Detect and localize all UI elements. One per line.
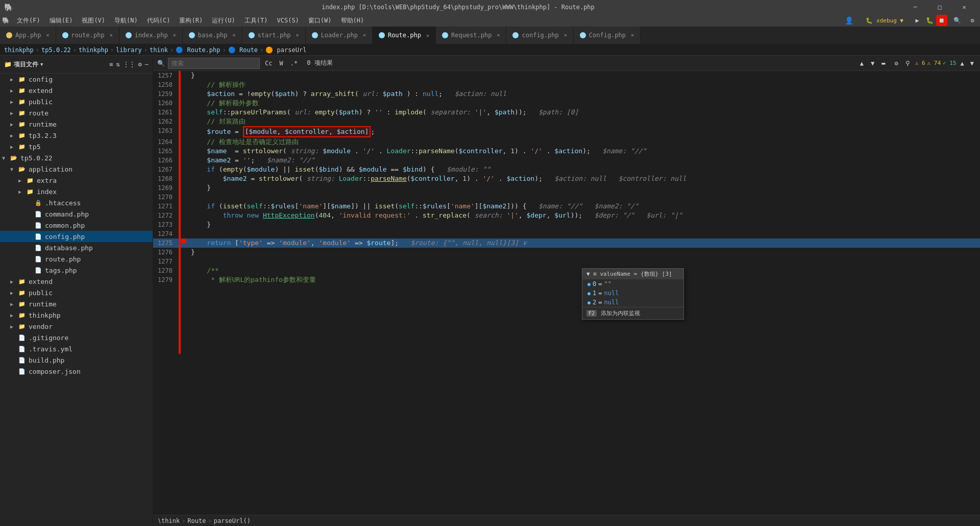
menu-help[interactable]: 帮助(H) xyxy=(337,15,369,26)
tab-basephp[interactable]: base.php ✕ xyxy=(183,27,242,44)
bc-routephp[interactable]: 🔵 Route.php xyxy=(176,46,220,54)
sidebar-dropdown-icon[interactable]: ▼ xyxy=(40,62,43,67)
close-tab-icon[interactable]: ✕ xyxy=(631,32,634,38)
tree-item-index-folder[interactable]: ▶ 📁 index xyxy=(0,186,153,197)
menu-edit[interactable]: 编辑(E) xyxy=(45,15,77,26)
filter-search-icon[interactable]: ⚲ xyxy=(903,59,912,68)
bc-route[interactable]: 🔵 Route xyxy=(228,46,258,54)
tree-item-thinkphp[interactable]: ▶ 📁 thinkphp xyxy=(0,309,153,321)
tree-item-command[interactable]: ▶ 📄 command.php xyxy=(0,208,153,220)
tooltip-item-0[interactable]: ● 0 = "" xyxy=(582,279,683,289)
menu-code[interactable]: 代码(C) xyxy=(143,15,175,26)
editor-bc-route[interactable]: Route xyxy=(187,517,206,524)
debug-button[interactable]: 🐛 xyxy=(924,15,935,26)
editor-bc-think[interactable]: ∖think xyxy=(157,517,180,524)
close-tab-icon[interactable]: ✕ xyxy=(564,32,567,38)
tree-item-database[interactable]: ▶ 📄 database.php xyxy=(0,242,153,253)
menu-navigate[interactable]: 导航(N) xyxy=(110,15,142,26)
menu-tools[interactable]: 工具(T) xyxy=(240,15,272,26)
menu-refactor[interactable]: 重构(R) xyxy=(175,15,207,26)
close-button[interactable]: ✕ xyxy=(952,0,976,14)
close-tab-icon[interactable]: ✕ xyxy=(497,32,500,38)
user-icon[interactable]: 👤 xyxy=(841,15,857,26)
bc-thinkphp2[interactable]: thinkphp xyxy=(79,46,108,54)
menu-window[interactable]: 窗口(W) xyxy=(304,15,336,26)
run-button[interactable]: ▶ xyxy=(912,15,923,26)
regex-button[interactable]: .* xyxy=(288,59,300,68)
tree-item-tags[interactable]: ▶ 📄 tags.php xyxy=(0,265,153,276)
close-search-icon[interactable]: ⚙ xyxy=(892,59,900,68)
prev-result-icon[interactable]: ▲ xyxy=(858,59,866,68)
maximize-button[interactable]: □ xyxy=(928,0,951,14)
tab-startphp[interactable]: start.php ✕ xyxy=(242,27,306,44)
tree-item-config[interactable]: ▶ 📁 config xyxy=(0,74,153,85)
close-tab-icon[interactable]: ✕ xyxy=(233,32,236,38)
close-tab-icon[interactable]: ✕ xyxy=(363,32,366,38)
tree-item-runtime[interactable]: ▶ 📁 runtime xyxy=(0,118,153,130)
tab-appphp[interactable]: App.php ✕ xyxy=(0,27,56,44)
close-tab-icon[interactable]: ✕ xyxy=(110,32,113,38)
next-result-icon[interactable]: ▼ xyxy=(869,59,876,68)
tree-item-common[interactable]: ▶ 📄 common.php xyxy=(0,220,153,231)
bc-parseurl[interactable]: 🟠 parseUrl xyxy=(265,46,306,54)
sidebar-collapse-icon[interactable]: ≡ xyxy=(109,61,113,68)
expand-icon[interactable]: ▲ xyxy=(959,59,966,68)
menu-run[interactable]: 运行(U) xyxy=(208,15,239,26)
tree-item-gitignore[interactable]: ▶ 📄 .gitignore xyxy=(0,332,153,343)
tooltip-item-1[interactable]: ● 1 = null xyxy=(582,289,683,298)
tab-loaderphp[interactable]: Loader.php ✕ xyxy=(306,27,373,44)
bc-library[interactable]: library xyxy=(116,46,142,54)
watch-label[interactable]: 添加为内联监视 xyxy=(601,309,640,317)
menu-view[interactable]: 视图(V) xyxy=(78,15,109,26)
tree-item-public[interactable]: ▶ 📁 public xyxy=(0,96,153,107)
tree-item-composer[interactable]: ▶ 📄 composer.json xyxy=(0,366,153,377)
tree-item-htaccess[interactable]: ▶ 🔒 .htaccess xyxy=(0,197,153,208)
close-tab-icon[interactable]: ✕ xyxy=(173,32,176,38)
bc-thinkphp[interactable]: thinkphp xyxy=(4,46,34,54)
editor-bc-parseurl[interactable]: parseUrl() xyxy=(214,517,251,524)
close-tab-icon[interactable]: ✕ xyxy=(46,32,50,38)
sidebar-close-icon[interactable]: — xyxy=(145,61,149,68)
bc-tp5022[interactable]: tp5.0.22 xyxy=(41,46,71,54)
code-editor[interactable]: 1257 } 1258 // 解析操作 1259 $action = !empt… xyxy=(153,71,980,526)
sidebar-settings-icon[interactable]: ⚙ xyxy=(138,61,142,68)
menu-vcs[interactable]: VCS(S) xyxy=(273,16,303,25)
word-button[interactable]: W xyxy=(277,59,285,68)
sidebar-filter-icon[interactable]: ⋮⋮ xyxy=(123,61,135,68)
tab-configphp-lower[interactable]: config.php ✕ xyxy=(506,27,573,44)
tree-item-build[interactable]: ▶ 📄 build.php xyxy=(0,354,153,366)
tab-indexphp[interactable]: index.php ✕ xyxy=(119,27,183,44)
tree-item-travis[interactable]: ▶ 📄 .travis.yml xyxy=(0,343,153,354)
xdebug-button[interactable]: 🐛 xdebug ▼ xyxy=(862,16,908,25)
tree-item-runtime2[interactable]: ▶ 📁 runtime xyxy=(0,298,153,309)
collapse-icon[interactable]: ▼ xyxy=(968,59,976,68)
bc-think[interactable]: think xyxy=(150,46,168,54)
tree-item-extend[interactable]: ▶ 📁 extend xyxy=(0,85,153,96)
search-toolbar-icon[interactable]: 🔍 xyxy=(951,15,963,26)
tree-item-extend2[interactable]: ▶ 📁 extend xyxy=(0,276,153,287)
tree-item-route[interactable]: ▶ 📁 route xyxy=(0,107,153,118)
tree-item-configphp[interactable]: ▶ 📄 config.php xyxy=(0,231,153,242)
menu-file[interactable]: 文件(F) xyxy=(13,15,44,26)
tab-requestphp[interactable]: Request.php ✕ xyxy=(436,27,507,44)
tree-item-tp5[interactable]: ▶ 📁 tp5 xyxy=(0,141,153,152)
tree-item-public2[interactable]: ▶ 📁 public xyxy=(0,287,153,298)
tree-item-tp5022[interactable]: ▼ 📂 tp5.0.22 xyxy=(0,152,153,163)
tab-routephp[interactable]: route.php ✕ xyxy=(56,27,119,44)
stop-button[interactable]: ⏹ xyxy=(936,15,947,26)
case-button[interactable]: Cc xyxy=(263,59,274,68)
tab-routephp-main[interactable]: Route.php ✕ xyxy=(373,27,436,44)
tree-item-tp3[interactable]: ▶ 📁 tp3.2.3 xyxy=(0,130,153,141)
tooltip-item-2[interactable]: ● 2 = null xyxy=(582,298,683,307)
sidebar-sort-icon[interactable]: ⇅ xyxy=(116,61,119,68)
settings-toolbar-icon[interactable]: ⚙ xyxy=(967,15,978,26)
search-input[interactable] xyxy=(168,58,260,69)
minimize-button[interactable]: ─ xyxy=(903,0,927,14)
tree-item-application[interactable]: ▼ 📂 application xyxy=(0,163,153,175)
close-tab-icon[interactable]: ✕ xyxy=(426,33,429,38)
in-selection-icon[interactable]: ▬ xyxy=(879,59,887,68)
tab-configphp-upper[interactable]: Config.php ✕ xyxy=(574,27,641,44)
breakpoint-dot[interactable] xyxy=(181,238,186,244)
tree-item-extra[interactable]: ▶ 📁 extra xyxy=(0,175,153,186)
tree-item-routephp-tree[interactable]: ▶ 📄 route.php xyxy=(0,253,153,265)
